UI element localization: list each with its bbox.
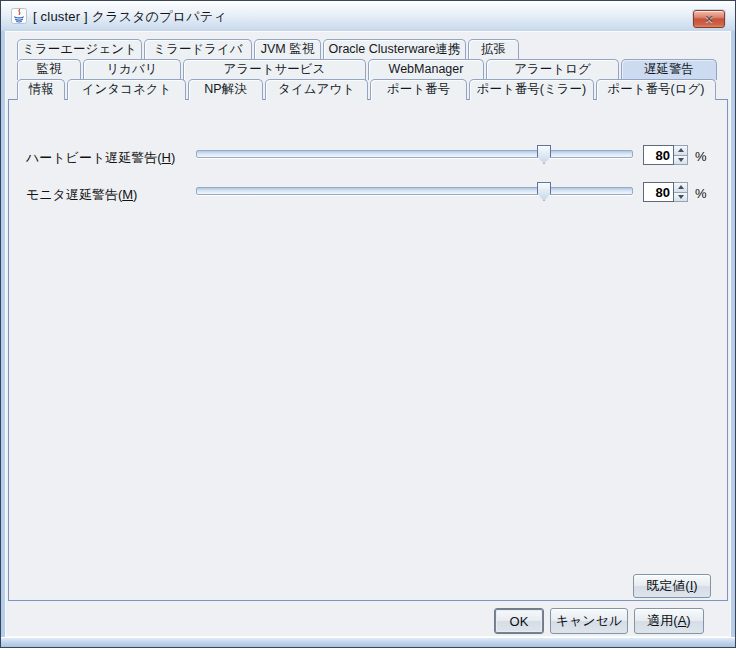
spinner-down-button[interactable]: [674, 156, 688, 166]
tab-np-resolution[interactable]: NP解決: [188, 79, 263, 100]
tab-info[interactable]: 情報: [17, 79, 65, 100]
close-button[interactable]: ✕: [693, 10, 725, 28]
monitor-percent-unit: %: [695, 186, 707, 201]
tab-monitor[interactable]: 監視: [17, 59, 81, 80]
close-icon: ✕: [704, 14, 713, 25]
heartbeat-percent-unit: %: [695, 149, 707, 164]
titlebar[interactable]: [ cluster ] クラスタのプロパティ ✕: [1, 1, 735, 31]
heartbeat-delay-slider[interactable]: [196, 145, 633, 165]
arrow-up-icon: [678, 148, 684, 152]
apply-button[interactable]: 適用(A): [634, 608, 704, 634]
spinner-down-button[interactable]: [674, 193, 688, 203]
tab-alert-log[interactable]: アラートログ: [486, 59, 619, 80]
tab-jvm-monitor[interactable]: JVM 監視: [254, 39, 321, 60]
window-title: [ cluster ] クラスタのプロパティ: [33, 8, 227, 26]
monitor-delay-spinner: [643, 182, 688, 202]
label-mnemonic: H: [162, 150, 171, 165]
tab-row-2: 監視 リカバリ アラートサービス WebManager アラートログ 遅延警告: [17, 59, 717, 80]
tab-port-number-mirror[interactable]: ポート番号(ミラー): [469, 79, 594, 100]
slider-track[interactable]: [196, 187, 633, 195]
tab-row-3: 情報 インタコネクト NP解決 タイムアウト ポート番号 ポート番号(ミラー) …: [17, 79, 716, 100]
tab-recovery[interactable]: リカバリ: [83, 59, 181, 80]
heartbeat-delay-label: ハートビート遅延警告(H): [26, 149, 175, 167]
label-text: ): [133, 187, 137, 202]
window-bottom-frame: [1, 637, 735, 647]
button-text: 既定値(: [646, 578, 689, 593]
label-text: ): [171, 150, 175, 165]
tab-row-1: ミラーエージェント ミラードライバ JVM 監視 Oracle Clusterw…: [17, 39, 519, 60]
heartbeat-delay-input[interactable]: [643, 145, 674, 165]
spinner-up-button[interactable]: [674, 182, 688, 193]
tab-alert-service[interactable]: アラートサービス: [183, 59, 366, 80]
button-text: ): [686, 613, 690, 628]
tab-port-number[interactable]: ポート番号: [370, 79, 467, 100]
delay-warning-panel: ハートビート遅延警告(H) % モニタ遅延警告(M): [8, 99, 728, 601]
tab-mirror-agent[interactable]: ミラーエージェント: [17, 39, 142, 60]
tab-interconnect[interactable]: インタコネクト: [67, 79, 186, 100]
tab-webmanager[interactable]: WebManager: [368, 59, 484, 80]
label-text: ハートビート遅延警告(: [26, 150, 162, 165]
dialog-client-area: ミラーエージェント ミラードライバ JVM 監視 Oracle Clusterw…: [5, 31, 731, 637]
tab-mirror-driver[interactable]: ミラードライバ: [144, 39, 252, 60]
monitor-delay-label: モニタ遅延警告(M): [26, 186, 137, 204]
java-icon: [11, 8, 27, 24]
slider-track[interactable]: [196, 150, 633, 158]
tab-port-number-log[interactable]: ポート番号(ログ): [596, 79, 716, 100]
spinner-up-button[interactable]: [674, 145, 688, 156]
tab-oracle-clusterware[interactable]: Oracle Clusterware連携: [323, 39, 466, 60]
tab-timeout[interactable]: タイムアウト: [265, 79, 368, 100]
arrow-down-icon: [678, 195, 684, 199]
button-text: ): [693, 578, 697, 593]
monitor-delay-input[interactable]: [643, 182, 674, 202]
label-text: モニタ遅延警告(: [26, 187, 122, 202]
slider-thumb[interactable]: [537, 145, 551, 164]
spinner-buttons: [674, 182, 688, 202]
arrow-down-icon: [678, 158, 684, 162]
label-mnemonic: M: [122, 187, 133, 202]
button-text: 適用(: [647, 613, 677, 628]
heartbeat-delay-spinner: [643, 145, 688, 165]
cluster-properties-dialog: [ cluster ] クラスタのプロパティ ✕ ミラーエージェント ミラードラ…: [0, 0, 736, 648]
monitor-delay-slider[interactable]: [196, 182, 633, 202]
spinner-buttons: [674, 145, 688, 165]
arrow-up-icon: [678, 185, 684, 189]
defaults-button[interactable]: 既定値(I): [633, 574, 711, 598]
slider-thumb[interactable]: [537, 182, 551, 201]
ok-button[interactable]: OK: [494, 608, 544, 634]
cancel-button[interactable]: キャンセル: [550, 608, 628, 634]
tab-extension[interactable]: 拡張: [468, 39, 519, 60]
tab-delay-warning[interactable]: 遅延警告: [621, 59, 717, 80]
